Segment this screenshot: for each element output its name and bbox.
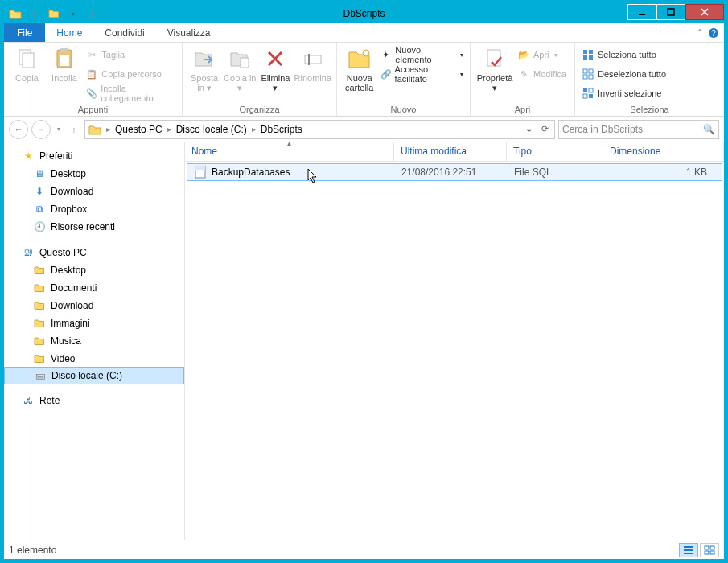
- search-input[interactable]: Cerca in DbScripts 🔍: [558, 120, 719, 139]
- help-icon[interactable]: ?: [708, 27, 719, 39]
- qat-dropdown-icon[interactable]: ▾: [65, 6, 81, 22]
- star-icon: ★: [22, 150, 35, 162]
- folder-icon: [33, 335, 46, 347]
- copy-to-button[interactable]: Copia in ▾: [223, 44, 257, 92]
- paste-link-icon: 📎: [85, 87, 97, 100]
- list-item[interactable]: BackupDatabases 21/08/2016 22:51 File SQ…: [187, 163, 722, 181]
- tree-item-download2[interactable]: Download: [4, 297, 184, 314]
- view-icons-button[interactable]: [700, 543, 719, 557]
- svg-rect-1: [668, 9, 674, 15]
- invert-selection-button[interactable]: Inverti selezione: [580, 84, 668, 102]
- edit-button[interactable]: ✎Modifica: [516, 65, 568, 83]
- easy-access-icon: 🔗: [380, 68, 391, 80]
- easy-access-button[interactable]: 🔗Accesso facilitato▾: [378, 65, 465, 83]
- maximize-button[interactable]: [656, 4, 685, 20]
- group-open-label: Apri: [475, 105, 570, 116]
- tree-item-music[interactable]: Musica: [4, 332, 184, 350]
- copy-button[interactable]: Copia: [9, 44, 45, 83]
- close-button[interactable]: [685, 4, 724, 20]
- rename-button[interactable]: Rinomina: [294, 44, 331, 83]
- svg-rect-30: [684, 553, 693, 554]
- new-folder-button[interactable]: Nuova cartella: [342, 44, 376, 92]
- group-select-label: Seleziona: [580, 105, 719, 116]
- breadcrumb[interactable]: Disco locale (C:)▸: [176, 124, 259, 135]
- svg-rect-19: [589, 69, 593, 73]
- column-type[interactable]: Tipo: [507, 142, 603, 161]
- tree-item-dropbox[interactable]: ⧉Dropbox: [4, 200, 184, 218]
- up-button[interactable]: ↑: [67, 120, 81, 139]
- open-button[interactable]: 📂Apri▾: [516, 46, 568, 64]
- cut-button[interactable]: ✂Taglia: [84, 46, 177, 64]
- copy-to-icon: [227, 46, 253, 72]
- svg-rect-14: [583, 50, 587, 54]
- view-details-button[interactable]: [679, 543, 698, 557]
- new-folder-icon: [347, 46, 372, 72]
- refresh-button[interactable]: ⟳: [537, 121, 553, 138]
- folder-icon: [88, 124, 101, 135]
- qat-sep-icon: |: [27, 6, 43, 22]
- svg-rect-9: [241, 58, 249, 68]
- paste-link-button[interactable]: 📎Incolla collegamento: [84, 84, 177, 102]
- new-item-button[interactable]: ✦Nuovo elemento▾: [378, 46, 465, 64]
- scissors-icon: ✂: [85, 48, 98, 61]
- tree-item-download[interactable]: ⬇Download: [4, 183, 184, 200]
- column-modified[interactable]: Ultima modifica: [394, 142, 507, 161]
- breadcrumb[interactable]: DbScripts: [261, 124, 302, 135]
- minimize-button[interactable]: [627, 4, 656, 20]
- desktop-icon: 🖥: [33, 167, 46, 180]
- move-icon: [191, 46, 217, 72]
- svg-rect-31: [705, 546, 709, 549]
- svg-rect-34: [710, 551, 714, 554]
- tab-home[interactable]: Home: [45, 23, 93, 42]
- tree-item-desktop[interactable]: 🖥Desktop: [4, 165, 184, 183]
- properties-button[interactable]: Proprietà▾: [475, 44, 514, 92]
- forward-button[interactable]: →: [31, 120, 51, 139]
- delete-icon: [262, 46, 288, 72]
- breadcrumb[interactable]: Questo PC▸: [115, 124, 175, 135]
- column-size[interactable]: Dimensione: [603, 142, 724, 161]
- tree-item-video[interactable]: Video: [4, 350, 184, 368]
- tab-share[interactable]: Condividi: [93, 23, 155, 42]
- svg-rect-33: [705, 551, 709, 554]
- svg-rect-25: [589, 94, 593, 98]
- svg-rect-0: [639, 14, 645, 15]
- tab-view[interactable]: Visualizza: [156, 23, 222, 42]
- qat-sep2-icon: |: [84, 6, 101, 22]
- address-bar[interactable]: ▸ Questo PC▸ Disco locale (C:)▸ DbScript…: [84, 120, 555, 139]
- recent-dropdown[interactable]: ▾: [54, 120, 64, 139]
- chevron-right-icon[interactable]: ▸: [103, 125, 113, 134]
- chevron-right-icon[interactable]: ▸: [249, 125, 259, 134]
- new-item-icon: ✦: [380, 48, 392, 61]
- tree-item-recent[interactable]: 🕘Risorse recenti: [4, 218, 184, 236]
- chevron-right-icon[interactable]: ▸: [164, 125, 175, 134]
- select-none-button[interactable]: Deseleziona tutto: [580, 65, 668, 83]
- navigation-pane[interactable]: ★ Preferiti 🖥Desktop ⬇Download ⧉Dropbox …: [4, 142, 185, 540]
- svg-rect-29: [684, 549, 693, 551]
- tree-item-images[interactable]: Immagini: [4, 314, 184, 332]
- copy-path-button[interactable]: 📋Copia percorso: [84, 65, 177, 83]
- paste-button[interactable]: Incolla: [47, 44, 83, 83]
- svg-rect-22: [583, 88, 587, 92]
- file-menu[interactable]: File: [4, 23, 45, 42]
- tree-network[interactable]: 🖧 Rete: [4, 392, 184, 409]
- select-none-icon: [582, 68, 594, 80]
- computer-icon: 🖳: [22, 246, 35, 259]
- back-button[interactable]: ←: [9, 120, 28, 139]
- move-to-button[interactable]: Sposta in ▾: [187, 44, 221, 92]
- folder-small-icon[interactable]: [46, 6, 62, 22]
- tree-this-pc[interactable]: 🖳 Questo PC: [4, 244, 184, 261]
- tree-item-disk-c[interactable]: 🖴Disco locale (C:): [4, 367, 184, 384]
- svg-rect-17: [589, 55, 593, 60]
- tree-favorites[interactable]: ★ Preferiti: [4, 147, 184, 165]
- tree-item-desktop2[interactable]: Desktop: [4, 261, 184, 279]
- search-icon[interactable]: 🔍: [703, 124, 715, 135]
- svg-point-12: [363, 50, 369, 56]
- address-dropdown[interactable]: ⌄: [520, 121, 537, 138]
- delete-button[interactable]: Elimina▾: [258, 44, 292, 92]
- svg-rect-24: [583, 94, 587, 98]
- select-all-button[interactable]: Seleziona tutto: [580, 46, 668, 64]
- column-name[interactable]: ▲Nome: [185, 142, 394, 161]
- invert-icon: [582, 87, 594, 100]
- ribbon-collapse-icon[interactable]: ˆ: [698, 28, 701, 38]
- tree-item-documents[interactable]: Documenti: [4, 279, 184, 297]
